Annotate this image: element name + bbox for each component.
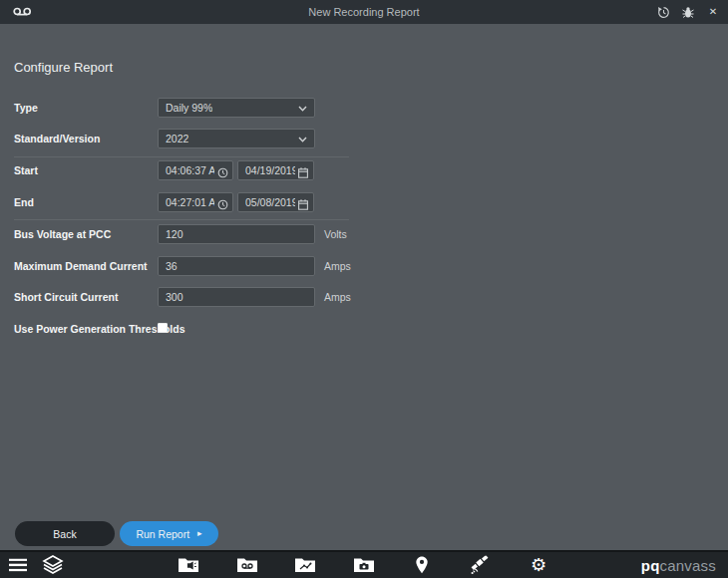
folder-voicemail-icon[interactable] [236, 557, 258, 573]
brand-bold: pq [641, 557, 660, 574]
type-select-value: Daily 99% [166, 102, 212, 114]
gear-icon[interactable]: ⚙ [531, 556, 546, 574]
voicemail-icon [13, 6, 32, 18]
brand-rest: canvass [660, 557, 716, 574]
end-time-input[interactable] [158, 192, 233, 212]
run-report-label: Run Report [136, 528, 189, 540]
max-demand-unit: Amps [324, 260, 351, 272]
bottom-toolbar: ⚙ pqcanvass [0, 550, 728, 578]
map-pin-icon[interactable] [416, 556, 429, 575]
bus-voltage-unit: Volts [324, 228, 347, 240]
back-button-label: Back [53, 528, 76, 540]
menu-icon[interactable] [9, 559, 27, 572]
max-demand-input[interactable] [158, 256, 315, 276]
start-date-input[interactable] [237, 160, 314, 180]
configure-report-panel: Configure Report Type Daily 99% Standard… [0, 24, 728, 550]
run-report-button[interactable]: Run Report ▸ [120, 521, 218, 546]
pqcanvass-logo: pqcanvass [641, 557, 716, 574]
start-label: Start [14, 164, 38, 176]
start-time-input[interactable] [158, 160, 233, 180]
window-title: New Recording Report [0, 6, 728, 18]
type-label: Type [14, 102, 38, 114]
satellite-icon[interactable] [470, 556, 490, 575]
bug-icon[interactable] [681, 5, 695, 19]
bus-voltage-label: Bus Voltage at PCC [14, 228, 111, 240]
folder-chart-icon[interactable] [294, 557, 316, 573]
type-select[interactable]: Daily 99% [158, 98, 315, 118]
new-recording-report-window: New Recording Report [0, 0, 728, 578]
end-label: End [14, 196, 34, 208]
titlebar: New Recording Report [0, 0, 728, 24]
standard-version-value: 2022 [166, 133, 188, 144]
arrow-right-icon: ▸ [197, 529, 202, 538]
section-divider [14, 156, 349, 157]
folder-megaphone-icon[interactable] [178, 557, 199, 573]
chevron-down-icon [298, 133, 307, 144]
standard-version-label: Standard/Version [14, 133, 100, 144]
layers-icon[interactable] [42, 555, 64, 575]
folder-camera-icon[interactable] [353, 557, 375, 573]
short-circuit-label: Short Circuit Current [14, 291, 118, 303]
standard-version-select[interactable]: 2022 [158, 129, 315, 148]
page-title: Configure Report [14, 60, 113, 75]
bus-voltage-input[interactable] [158, 224, 315, 244]
short-circuit-unit: Amps [324, 291, 351, 303]
short-circuit-input[interactable] [158, 287, 315, 307]
power-gen-checkbox[interactable] [158, 323, 168, 333]
close-icon[interactable]: ✕ [706, 5, 720, 19]
end-date-input[interactable] [237, 192, 314, 212]
chevron-down-icon [298, 102, 307, 114]
history-icon[interactable] [656, 5, 670, 19]
section-divider [14, 219, 349, 220]
back-button[interactable]: Back [15, 521, 115, 546]
max-demand-label: Maximum Demand Current [14, 260, 148, 272]
